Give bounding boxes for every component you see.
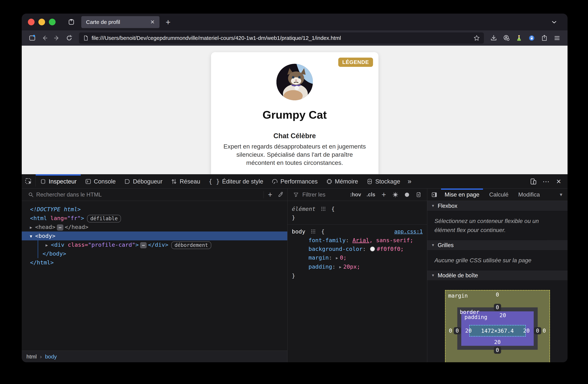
border-top-value[interactable]: 0 (494, 304, 501, 311)
expand-value-icon[interactable]: ▶ (339, 265, 341, 269)
border-left-value[interactable]: 0 (454, 327, 461, 334)
menu-icon[interactable] (552, 33, 563, 44)
minimize-window-button[interactable] (38, 19, 45, 25)
account-icon[interactable] (501, 33, 512, 44)
tab-style-editor[interactable]: { } Éditeur de style (204, 174, 267, 188)
share-extension-icon[interactable] (539, 33, 550, 44)
filter-styles-input[interactable] (302, 191, 347, 198)
collapse-icon[interactable]: ▼ (431, 204, 435, 208)
sidebar-tabs-dropdown-icon[interactable]: ▼ (559, 192, 566, 197)
tab-layout[interactable]: Mise en page (440, 189, 484, 201)
padding-right-value[interactable]: 20 (523, 327, 529, 334)
forward-button[interactable] (51, 33, 62, 44)
expand-icon[interactable]: ▶ (27, 223, 35, 232)
overflow-badge[interactable]: débordement (171, 241, 211, 249)
box-model-content[interactable]: 1472×367.4 (469, 325, 526, 337)
tab-performance[interactable]: Performances (267, 174, 322, 188)
padding-top-value[interactable]: 20 (500, 312, 506, 319)
new-tab-button[interactable]: + (166, 19, 170, 26)
rule-body[interactable]: app.css:1 body { (292, 227, 423, 236)
declaration-margin[interactable]: margin: ▶0; (292, 253, 423, 262)
ellipsis-badge[interactable]: ⋯ (57, 225, 63, 231)
filter-icon (291, 189, 301, 200)
expand-icon[interactable]: ▶ (42, 241, 51, 249)
scrollable-badge[interactable]: défilable (87, 215, 121, 223)
markup-line-doctype[interactable]: <!DOCTYPE html> (22, 205, 287, 214)
breadcrumb-html[interactable]: html (26, 354, 37, 360)
tab-inspector[interactable]: Inspecteur (36, 174, 81, 188)
collapse-icon[interactable]: ▼ (431, 243, 435, 247)
tab-close-icon[interactable]: ✕ (149, 19, 156, 25)
firefox-view-icon[interactable] (27, 33, 38, 44)
declaration-font-family[interactable]: font-family: Arial, sans-serif; (292, 236, 423, 245)
pick-element-icon[interactable] (22, 174, 36, 188)
zoom-window-button[interactable] (49, 19, 56, 25)
tab-console[interactable]: Console (81, 174, 120, 188)
tab-computed[interactable]: Calculé (484, 189, 513, 201)
declaration-padding[interactable]: padding: ▶20px; (292, 262, 423, 271)
markup-line-body-close[interactable]: </body> (38, 249, 287, 258)
url-text[interactable]: file:///Users/benoit/Dev/cegepdrummondvi… (92, 35, 470, 41)
dark-mode-icon[interactable] (402, 189, 412, 200)
tab-storage[interactable]: Stockage (362, 174, 404, 188)
browser-tab[interactable]: Carte de profil ✕ (81, 16, 160, 28)
breadcrumb-body[interactable]: body (45, 354, 57, 360)
tab-manager-icon[interactable] (67, 18, 75, 26)
search-input[interactable] (36, 191, 262, 198)
margin-right-value[interactable]: 0 (543, 327, 546, 334)
responsive-mode-icon[interactable] (528, 176, 539, 187)
markup-panel: + <!DOCTYPE html> <html lang="fr">défila… (22, 189, 288, 362)
flexbox-section-header[interactable]: ▼ Flexbox (427, 201, 567, 211)
markup-line-body[interactable]: ▼<body> (22, 231, 287, 240)
flex-toggle-icon[interactable] (311, 229, 315, 234)
hover-pseudo-button[interactable]: :hov (348, 192, 363, 198)
markup-line-html[interactable]: <html lang="fr">défilable (22, 214, 287, 223)
back-button[interactable] (39, 33, 50, 44)
border-bottom-value[interactable]: 0 (494, 346, 501, 354)
rules-panel: :hov .cls + élément (288, 189, 427, 362)
extension-flask-icon[interactable] (514, 33, 525, 44)
border-right-value[interactable]: 0 (534, 327, 541, 334)
color-swatch[interactable] (370, 247, 375, 251)
reload-button[interactable] (64, 33, 75, 44)
add-rule-icon[interactable]: + (378, 189, 389, 200)
expand-value-icon[interactable]: ▶ (336, 256, 338, 260)
add-node-icon[interactable]: + (265, 189, 275, 200)
markup-line-head[interactable]: ▶<head>⋯</head> (22, 223, 287, 231)
markup-line-profile-card[interactable]: ▶<div class="profile-card">⋯</div>débord… (38, 240, 287, 249)
more-tabs-icon[interactable]: » (404, 174, 415, 188)
box-model-section-header[interactable]: ▼ Modèle de boîte (427, 271, 567, 281)
rule-element[interactable]: élément { (292, 204, 423, 213)
tab-memory[interactable]: Mémoire (322, 174, 362, 188)
grids-section-header[interactable]: ▼ Grilles (427, 240, 567, 250)
url-bar[interactable]: file:///Users/benoit/Dev/cegepdrummondvi… (79, 32, 484, 44)
ellipsis-badge[interactable]: ⋯ (140, 242, 147, 248)
collapse-icon[interactable]: ▼ (27, 232, 35, 241)
print-media-icon[interactable] (413, 189, 424, 200)
bookmark-star-icon[interactable] (473, 35, 480, 41)
tab-network[interactable]: Réseau (167, 174, 204, 188)
margin-left-value[interactable]: 0 (449, 327, 452, 334)
list-all-tabs-icon[interactable] (550, 18, 558, 26)
devtools-menu-icon[interactable]: ⋯ (540, 176, 552, 187)
tab-changes[interactable]: Modifica (514, 189, 540, 201)
downloads-icon[interactable] (488, 33, 499, 44)
class-toggle-button[interactable]: .cls (364, 192, 378, 198)
extension-lock-icon[interactable] (526, 33, 537, 44)
padding-bottom-value[interactable]: 20 (494, 339, 501, 346)
markup-line-html-close[interactable]: </html> (22, 258, 287, 267)
box-model-diagram[interactable]: 1472×367.4 margin border padding 0 0 0 0… (445, 290, 550, 362)
margin-top-value[interactable]: 0 (496, 291, 499, 298)
light-mode-icon[interactable] (390, 189, 401, 200)
close-window-button[interactable] (28, 19, 35, 25)
tab-label: Console (94, 178, 116, 185)
sidebar-toggle-icon[interactable] (429, 189, 440, 200)
eyedropper-icon[interactable] (275, 189, 286, 200)
padding-left-value[interactable]: 20 (465, 327, 472, 334)
collapse-icon[interactable]: ▼ (431, 273, 435, 277)
devtools-close-icon[interactable]: ✕ (553, 176, 564, 187)
tab-debugger[interactable]: Débogueur (120, 174, 167, 188)
declaration-background-color[interactable]: background-color: #f0f0f0; (292, 245, 423, 253)
stylesheet-link[interactable]: app.css:1 (394, 227, 423, 236)
flex-toggle-icon[interactable] (321, 206, 326, 211)
